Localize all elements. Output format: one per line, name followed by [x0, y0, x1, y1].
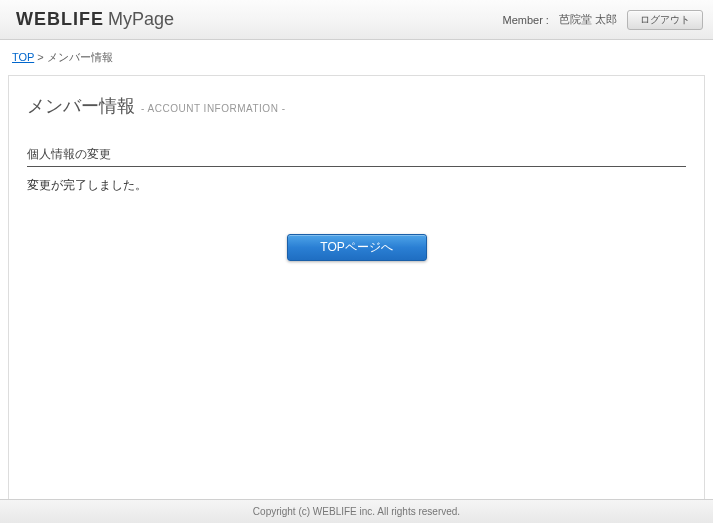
breadcrumb-top-link[interactable]: TOP [12, 51, 34, 63]
breadcrumb-current: メンバー情報 [47, 51, 113, 63]
logo-bold: WEBLIFE [16, 9, 104, 30]
member-label: Member : [502, 14, 548, 26]
header-bar: WEBLIFE MyPage Member : 芭院堂 太郎 ログアウト [0, 0, 713, 40]
copyright-text: Copyright (c) WEBLIFE inc. All rights re… [253, 506, 460, 517]
completion-message: 変更が完了しました。 [27, 177, 686, 194]
section-title: 個人情報の変更 [27, 146, 686, 167]
page-title-sub: - ACCOUNT INFORMATION - [141, 103, 285, 114]
breadcrumb-separator: > [37, 51, 43, 63]
logo: WEBLIFE MyPage [10, 9, 174, 30]
breadcrumb: TOP > メンバー情報 [0, 40, 713, 75]
page-title: メンバー情報 - ACCOUNT INFORMATION - [27, 94, 686, 118]
button-row: TOPページへ [27, 234, 686, 261]
logout-button[interactable]: ログアウト [627, 10, 703, 30]
footer: Copyright (c) WEBLIFE inc. All rights re… [0, 499, 713, 523]
logo-light: MyPage [108, 9, 174, 30]
top-page-button[interactable]: TOPページへ [287, 234, 427, 261]
content-frame: メンバー情報 - ACCOUNT INFORMATION - 個人情報の変更 変… [8, 75, 705, 507]
header-right: Member : 芭院堂 太郎 ログアウト [502, 10, 703, 30]
member-name: 芭院堂 太郎 [559, 12, 617, 27]
page-title-main: メンバー情報 [27, 94, 135, 118]
